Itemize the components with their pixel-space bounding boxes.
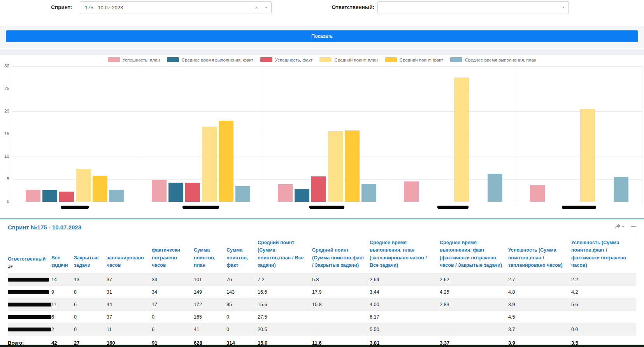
redacted-name (8, 290, 49, 294)
column-header[interactable]: Среднее время выполнения, план (запланир… (370, 235, 440, 273)
clear-icon[interactable]: × (255, 2, 258, 14)
chevron-down-icon[interactable]: ▾ (265, 2, 267, 14)
bar[interactable] (361, 184, 376, 202)
responsible-combobox[interactable]: ▾ (377, 1, 569, 14)
column-header-label: Успешность (Сумма поинтов,факт / фактиче… (571, 240, 626, 268)
bar[interactable] (152, 180, 167, 202)
table-row: 11644171729515.615.84.002.833.95.6 (8, 298, 636, 311)
bar[interactable] (185, 183, 200, 202)
data-cell: 0 (74, 311, 107, 323)
column-header[interactable]: Сумма поинтов, план (194, 235, 226, 273)
show-button[interactable]: Показать (6, 30, 638, 42)
redacted-name (8, 278, 49, 282)
bar[interactable] (235, 186, 250, 202)
column-header[interactable]: Ответственный (8, 235, 51, 273)
category-separator (264, 66, 264, 204)
column-header[interactable]: Сумма поинтов, факт (226, 235, 258, 273)
column-header[interactable]: фактически потрачено часов (152, 235, 194, 273)
bar[interactable] (328, 131, 343, 202)
column-header-label: запланировано часов (107, 255, 144, 268)
data-cell: 2.7 (508, 273, 571, 286)
data-cell: 76 (226, 273, 258, 286)
export-button[interactable]: ▾ (614, 224, 624, 229)
data-cell: 9 (51, 286, 74, 298)
legend-item[interactable]: Успешность, план (108, 57, 160, 62)
data-cell: 7.2 (258, 273, 312, 286)
data-cell: 34 (152, 273, 194, 286)
data-cell: 2.64 (370, 273, 440, 286)
responsible-cell (8, 323, 51, 336)
column-header-label: Среднее время выполнения, план (запланир… (370, 240, 427, 268)
sort-desc-icon (8, 264, 13, 269)
legend-item[interactable]: Среднее время выполнения, факт (167, 57, 253, 62)
column-header-label: Средний поинт (Сумма поинтов,план / Все … (258, 240, 304, 268)
data-cell: 15.8 (312, 298, 370, 311)
y-axis-tick-label: 20 (0, 109, 9, 113)
column-header[interactable]: Все задачи (51, 235, 74, 273)
legend-label: Средний поинт, план (334, 58, 377, 62)
column-header[interactable]: Успешность (Сумма поинтов,план / заплани… (508, 235, 571, 273)
table-row: 2011641020.55.503.70.0 (8, 323, 636, 336)
bar[interactable] (26, 190, 40, 202)
panel-actions: ▾ (614, 224, 636, 229)
legend-swatch (167, 57, 179, 62)
gridline (12, 157, 642, 157)
sprint-combobox[interactable]: 175 - 10.07.2023 × ▾ (80, 1, 272, 14)
column-header[interactable]: Успешность (Сумма поинтов,факт / фактиче… (571, 235, 636, 273)
data-cell: 8 (74, 286, 107, 298)
bar[interactable] (76, 169, 91, 202)
chevron-down-icon[interactable]: ▾ (562, 2, 564, 14)
bar[interactable] (295, 189, 309, 202)
legend-swatch (450, 57, 462, 62)
bar[interactable] (454, 78, 469, 202)
panel-strip (0, 49, 644, 55)
bar[interactable] (42, 190, 57, 202)
legend-item[interactable]: Среднее время выполнения, план (450, 57, 536, 62)
sprint-table: ОтветственныйВсе задачиЗакрытые задачиза… (8, 235, 636, 347)
column-header[interactable]: запланировано часов (107, 235, 152, 273)
bar[interactable] (311, 176, 326, 202)
data-cell: 4.5 (508, 311, 571, 323)
legend-item[interactable]: Средний поинт, факт (385, 57, 443, 62)
column-header[interactable]: Закрытые задачи (74, 235, 107, 273)
bar[interactable] (614, 177, 628, 202)
y-axis-tick-label: 30 (0, 63, 9, 68)
data-cell: 6 (74, 298, 107, 311)
column-header[interactable]: Среднее время выполнения, факт (фактичес… (440, 235, 508, 273)
data-cell: 2 (51, 323, 74, 336)
data-cell: 0 (226, 311, 258, 323)
legend-swatch (260, 57, 272, 62)
bar[interactable] (278, 184, 293, 202)
legend-item[interactable]: Успешность, факт (260, 57, 313, 62)
bar[interactable] (345, 130, 360, 202)
bar[interactable] (580, 109, 595, 202)
bar[interactable] (168, 183, 183, 202)
data-cell: 5.50 (370, 323, 440, 336)
bar[interactable] (530, 185, 545, 202)
gridline (12, 202, 642, 202)
collapse-panel-button[interactable] (631, 226, 636, 227)
data-cell: 4.25 (440, 286, 508, 298)
column-header[interactable]: Средний поинт (Сумма поинтов,факт / Закр… (312, 235, 370, 273)
data-cell: 172 (194, 298, 226, 311)
bar[interactable] (109, 190, 124, 202)
bar[interactable] (404, 181, 419, 202)
bar[interactable] (93, 176, 107, 202)
column-header-label: Успешность (Сумма поинтов,план / заплани… (508, 247, 563, 268)
bar[interactable] (59, 192, 74, 202)
legend-swatch (319, 57, 332, 62)
legend-item[interactable]: Средний поинт, план (319, 57, 377, 62)
data-cell: 13 (74, 273, 107, 286)
button-band: Показать (0, 26, 644, 48)
bar[interactable] (202, 127, 217, 202)
data-cell: 31 (107, 286, 152, 298)
data-cell: 11 (107, 323, 152, 336)
bar[interactable] (488, 174, 502, 202)
bar[interactable] (219, 121, 233, 202)
data-cell (312, 323, 370, 336)
data-cell: 3.7 (508, 323, 571, 336)
panel-header: Спринт №175 - 10.07.2023 ▾ (8, 219, 636, 235)
column-header-label: Среднее время выполнения, факт (фактичес… (440, 240, 502, 268)
responsible-cell (8, 273, 51, 286)
column-header[interactable]: Средний поинт (Сумма поинтов,план / Все … (258, 235, 312, 273)
